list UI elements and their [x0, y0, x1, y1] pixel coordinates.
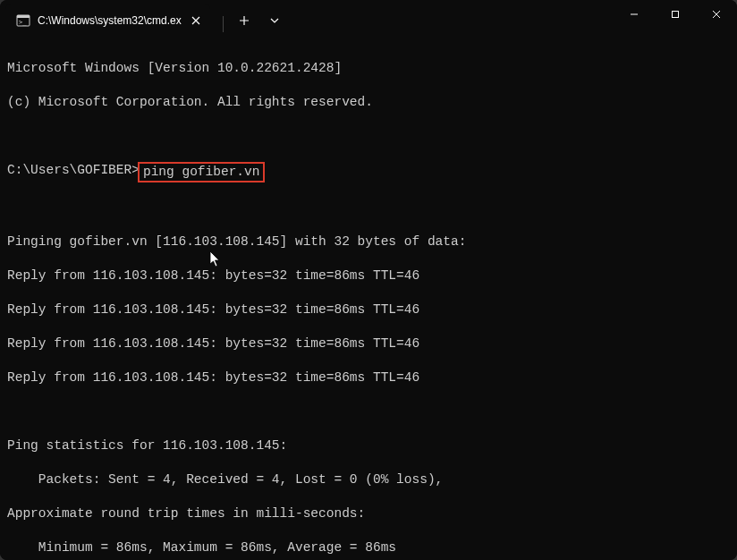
- terminal-window: >_ C:\Windows\system32\cmd.ex: [0, 0, 737, 560]
- banner-line: (c) Microsoft Corporation. All rights re…: [7, 94, 730, 111]
- svg-text:>_: >_: [19, 19, 27, 26]
- banner-line: Microsoft Windows [Version 10.0.22621.24…: [7, 60, 730, 77]
- output-line: Pinging gofiber.vn [116.103.108.145] wit…: [7, 233, 730, 250]
- tab-divider: [223, 16, 224, 32]
- maximize-button[interactable]: [655, 0, 696, 29]
- blank-line: [7, 403, 730, 420]
- output-line: Minimum = 86ms, Maximum = 86ms, Average …: [7, 539, 730, 556]
- minimize-button[interactable]: [614, 0, 655, 29]
- output-line: Packets: Sent = 4, Received = 4, Lost = …: [7, 471, 730, 488]
- window-controls: [614, 0, 737, 36]
- titlebar[interactable]: >_ C:\Windows\system32\cmd.ex: [0, 0, 737, 36]
- svg-rect-3: [673, 12, 679, 18]
- blank-line: [7, 128, 730, 145]
- blank-line: [7, 199, 730, 216]
- output-line: Approximate round trip times in milli-se…: [7, 505, 730, 522]
- cmd-icon: >_: [16, 13, 30, 28]
- tab-close-button[interactable]: [189, 13, 203, 28]
- tab-actions: [210, 0, 288, 36]
- tab-cmd[interactable]: >_ C:\Windows\system32\cmd.ex: [5, 4, 210, 38]
- tab-title: C:\Windows\system32\cmd.ex: [38, 14, 182, 27]
- output-line: Reply from 116.103.108.145: bytes=32 tim…: [7, 301, 730, 318]
- mouse-cursor-icon: [209, 250, 222, 268]
- output-line: Reply from 116.103.108.145: bytes=32 tim…: [7, 267, 730, 284]
- output-line: Reply from 116.103.108.145: bytes=32 tim…: [7, 369, 730, 386]
- output-line: Reply from 116.103.108.145: bytes=32 tim…: [7, 335, 730, 352]
- output-line: Ping statistics for 116.103.108.145:: [7, 437, 730, 454]
- terminal-output[interactable]: Microsoft Windows [Version 10.0.22621.24…: [0, 36, 737, 560]
- prompt-line: C:\Users\GOFIBER>ping gofiber.vn: [7, 162, 730, 182]
- new-tab-button[interactable]: [231, 7, 258, 34]
- close-button[interactable]: [696, 0, 737, 29]
- command-highlight: ping gofiber.vn: [138, 162, 266, 182]
- prompt-path: C:\Users\GOFIBER>: [7, 162, 140, 182]
- command-text: ping gofiber.vn: [143, 165, 260, 179]
- tab-dropdown-button[interactable]: [261, 7, 288, 34]
- svg-rect-1: [17, 15, 30, 18]
